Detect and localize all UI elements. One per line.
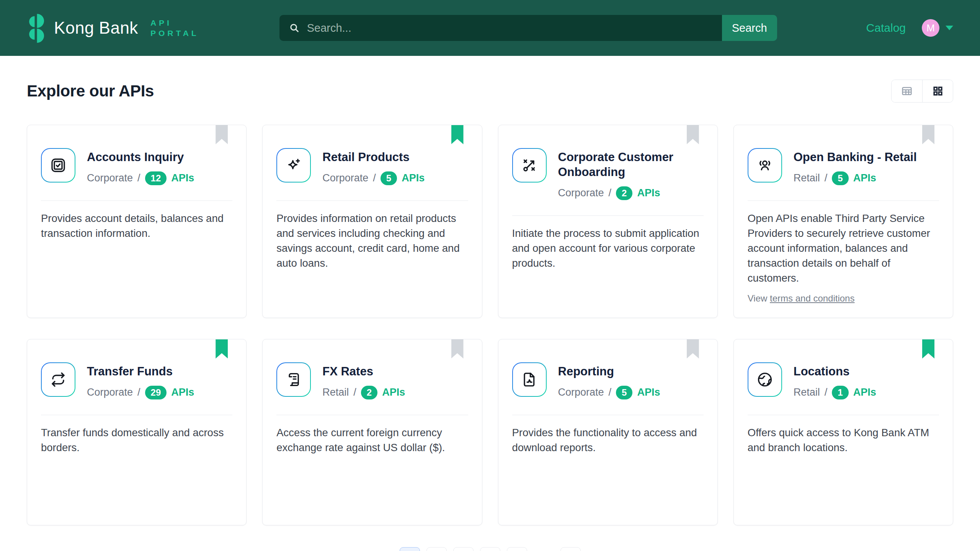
terms-line: View terms and conditions — [748, 293, 939, 304]
category-separator: / — [609, 187, 612, 199]
api-count-badge: 2 — [616, 186, 632, 200]
pagination-page-4[interactable]: 4 — [480, 547, 500, 551]
grid-view-button[interactable] — [922, 80, 953, 102]
bookmark-icon[interactable] — [922, 125, 934, 144]
category-separator: / — [353, 386, 356, 398]
card-title[interactable]: FX Rates — [322, 364, 405, 379]
api-count-badge: 29 — [145, 386, 167, 399]
card-description: Provides account details, balances and t… — [41, 211, 232, 241]
category-separator: / — [825, 386, 828, 398]
api-count-badge: 5 — [381, 171, 397, 185]
apis-label: APIs — [171, 386, 194, 398]
card-category: Corporate — [558, 187, 604, 199]
card-category: Corporate — [558, 386, 604, 398]
card-title[interactable]: Corporate Customer Onboarding — [558, 150, 704, 180]
grid-view-icon — [932, 85, 944, 97]
card-category: Retail — [794, 172, 820, 184]
app-header: Kong Bank API PORTAL Search Catalog M — [0, 0, 980, 56]
card-category: Corporate — [322, 172, 368, 184]
brand-name: Kong Bank — [54, 18, 138, 37]
bookmark-icon[interactable] — [922, 339, 934, 359]
report-file-icon — [512, 362, 547, 397]
brand-sub-line1: API — [150, 18, 199, 27]
api-card-reporting[interactable]: Reporting Corporate / 5 APIs Provides th… — [498, 339, 718, 525]
transfer-icon — [41, 362, 75, 397]
api-count-badge: 5 — [832, 171, 848, 185]
card-title[interactable]: Reporting — [558, 364, 660, 379]
card-description: Provides information on retail products … — [276, 211, 468, 271]
terms-link[interactable]: terms and conditions — [770, 293, 854, 303]
api-card-retail-products[interactable]: Retail Products Corporate / 5 APIs Provi… — [262, 125, 482, 318]
search-icon — [289, 22, 300, 34]
nav-catalog-link[interactable]: Catalog — [866, 21, 906, 34]
bookmark-icon[interactable] — [687, 125, 699, 144]
api-count-badge: 5 — [616, 386, 632, 399]
pagination-page-10[interactable]: 10 — [560, 547, 581, 551]
card-description: Open APIs enable Third Party Service Pro… — [748, 211, 939, 285]
bookmark-icon[interactable] — [216, 339, 228, 359]
bookmark-icon[interactable] — [687, 339, 699, 359]
pagination-gap — [534, 547, 554, 551]
scroll-icon — [276, 362, 311, 397]
api-count-badge: 12 — [145, 171, 167, 185]
brand-subtitle: API PORTAL — [150, 18, 199, 37]
chevron-down-icon[interactable] — [946, 26, 953, 30]
card-title[interactable]: Locations — [794, 364, 876, 379]
card-title[interactable]: Transfer Funds — [87, 364, 194, 379]
category-separator: / — [137, 386, 140, 398]
apis-label: APIs — [637, 386, 660, 398]
category-separator: / — [137, 172, 140, 184]
sparkle-icon — [276, 148, 311, 183]
card-description: Initiate the process to submit applicati… — [512, 226, 704, 271]
page-title: Explore our APIs — [27, 82, 154, 100]
api-card-open-banking-retail[interactable]: Open Banking - Retail Retail / 5 APIs Op… — [733, 125, 953, 318]
card-title[interactable]: Retail Products — [322, 150, 425, 165]
kong-bank-logo-icon — [27, 11, 45, 44]
card-category: Corporate — [87, 172, 133, 184]
table-view-icon — [901, 85, 913, 97]
users-icon — [748, 148, 782, 183]
api-card-corporate-customer-onboarding[interactable]: Corporate Customer Onboarding Corporate … — [498, 125, 718, 318]
search-button[interactable]: Search — [722, 15, 777, 41]
apis-label: APIs — [853, 386, 876, 398]
user-menu[interactable]: M — [922, 19, 953, 37]
bookmark-icon[interactable] — [451, 339, 464, 359]
brand-sub-line2: PORTAL — [150, 29, 199, 37]
pagination-page-2[interactable]: 2 — [426, 547, 447, 551]
search-group: Search — [279, 15, 777, 41]
pagination-page-5[interactable]: 5 — [507, 547, 527, 551]
card-title[interactable]: Open Banking - Retail — [794, 150, 917, 165]
view-toggle — [891, 80, 953, 103]
header-nav: Catalog M — [866, 19, 953, 37]
avatar[interactable]: M — [922, 19, 939, 37]
card-description: Offers quick access to Kong Bank ATM and… — [748, 425, 939, 455]
api-count-badge: 1 — [832, 386, 848, 399]
api-card-transfer-funds[interactable]: Transfer Funds Corporate / 29 APIs Trans… — [27, 339, 247, 525]
search-input[interactable] — [279, 15, 722, 41]
apis-label: APIs — [853, 172, 876, 184]
api-card-locations[interactable]: Locations Retail / 1 APIs Offers quick a… — [733, 339, 953, 525]
apis-label: APIs — [382, 386, 405, 398]
main-content: Explore our APIs — [0, 80, 980, 551]
pagination-page-3[interactable]: 3 — [453, 547, 474, 551]
bookmark-icon[interactable] — [216, 125, 228, 144]
card-description: Access the current foreign currency exch… — [276, 425, 468, 455]
card-title[interactable]: Accounts Inquiry — [87, 150, 194, 165]
api-count-badge: 2 — [361, 386, 377, 399]
globe-icon — [748, 362, 782, 397]
api-card-fx-rates[interactable]: FX Rates Retail / 2 APIs Access the curr… — [262, 339, 482, 525]
card-category: Retail — [794, 386, 820, 398]
category-separator: / — [825, 172, 828, 184]
table-view-button[interactable] — [892, 80, 922, 102]
pagination-page-1[interactable]: 1 — [400, 547, 420, 551]
bookmark-icon[interactable] — [451, 125, 464, 144]
terms-prefix: View — [748, 293, 768, 303]
pagination: 1 2 3 4 5 10 — [27, 547, 953, 551]
api-card-accounts-inquiry[interactable]: Accounts Inquiry Corporate / 12 APIs Pro… — [27, 125, 247, 318]
card-category: Corporate — [87, 386, 133, 398]
apis-label: APIs — [637, 187, 660, 199]
brand[interactable]: Kong Bank API PORTAL — [27, 11, 199, 44]
api-card-grid: Accounts Inquiry Corporate / 12 APIs Pro… — [27, 125, 953, 525]
apis-label: APIs — [402, 172, 425, 184]
apis-label: APIs — [171, 172, 194, 184]
